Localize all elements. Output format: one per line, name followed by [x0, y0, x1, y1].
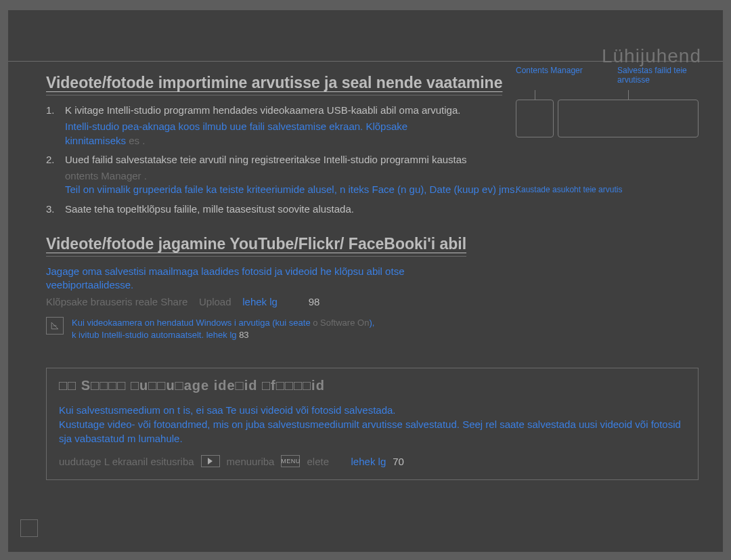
header-band: Lühijuhend — [8, 10, 723, 62]
note-row: Kui videokaamera on hendatud Windows i a… — [46, 317, 699, 341]
step-number: 3. — [46, 202, 65, 216]
step-callout-box: □□ S□□□□ □u□□u□age ide□id □f□□□□id Kui s… — [46, 368, 699, 480]
footer-b: menuuriba — [227, 456, 275, 467]
step-number: 1. — [46, 104, 65, 117]
step-1-sub-b: kinnitamiseks — [65, 135, 129, 146]
note-b: k ivitub Intelli-studio automaatselt. — [72, 330, 206, 340]
step-1-sub-b-dim: es . — [129, 135, 145, 146]
step-2-sub-a: ontents Manager . — [65, 170, 147, 181]
play-icon — [201, 455, 220, 467]
step-box-p2: Kustutage video- või fotoandmed, mis on … — [59, 418, 681, 444]
footer-link: lehek lg — [351, 456, 386, 467]
footer-page-num: 70 — [393, 456, 404, 467]
diagram-box-small — [516, 100, 554, 137]
step-box-p1: Kui salvestusmeedium on t is, ei saa Te … — [59, 404, 396, 416]
share-dim-b: Share — [160, 296, 187, 307]
diagram-box-large — [558, 100, 699, 137]
share-dim-c: Upload — [199, 296, 231, 307]
footer-a: uudutage L ekraanil esitusriba — [59, 456, 194, 467]
section-heading-share: Videote/fotode jagamine YouTube/Flickr/ … — [46, 235, 466, 257]
step-3-text: Saate teha topeltklõpsu failile, mille t… — [65, 202, 699, 216]
section-2: Videote/fotode jagamine YouTube/Flickr/ … — [46, 235, 699, 341]
share-link: lehek lg — [242, 296, 278, 307]
step-box-paragraphs: Kui salvestusmeedium on t is, ei saa Te … — [59, 403, 686, 446]
share-dim-a: Klõpsake brauseris reale — [46, 296, 160, 307]
note-a-end: ), — [369, 318, 374, 328]
note-b-num: 83 — [237, 330, 249, 340]
step-box-footer: uudutage L ekraanil esitusriba menuuriba… — [59, 455, 686, 467]
note-b-link: lehek lg — [206, 330, 237, 340]
side-diagram: Contents Manager Salvestas failid teie a… — [516, 66, 699, 194]
step-1-sub-a: Intelli-studio pea-aknaga koos ilmub uue… — [65, 121, 407, 132]
share-instruction-line: Klõpsake brauseris reale Share Upload le… — [46, 296, 699, 307]
diagram-label-saved-files: Salvestas failid teie arvutisse — [617, 66, 699, 85]
content-area: Contents Manager Salvestas failid teie a… — [8, 62, 723, 480]
page-container: Lühijuhend Contents Manager Salvestas fa… — [8, 10, 723, 552]
note-a-dim: o Software On — [313, 318, 369, 328]
note-text: Kui videokaamera on hendatud Windows i a… — [72, 317, 374, 341]
diagram-label-contents-manager: Contents Manager — [516, 66, 612, 85]
footer-c: elete — [307, 456, 329, 467]
note-icon — [46, 317, 64, 335]
step-3: 3. Saate teha topeltklõpsu failile, mill… — [46, 202, 699, 216]
connector-line — [628, 90, 629, 100]
section2-p1: Jagage oma salvestisi maailmaga laadides… — [46, 265, 486, 293]
step-2-sub-b: Teil on viimalik grupeerida faile ka tei… — [65, 184, 518, 195]
connector-line — [535, 90, 535, 100]
step-number: 2. — [46, 153, 65, 167]
page-number-box — [20, 519, 38, 537]
section-heading-import: Videote/fotode importimine arvutisse ja … — [46, 74, 502, 95]
share-page-number: 98 — [309, 296, 320, 307]
diagram-label-folder-location: Kaustade asukoht teie arvutis — [516, 185, 699, 194]
note-a: Kui videokaamera on hendatud Windows i a… — [72, 318, 313, 328]
menu-icon: MENU — [281, 455, 300, 467]
step-box-title: □□ S□□□□ □u□□u□age ide□id □f□□□□id — [59, 378, 686, 393]
